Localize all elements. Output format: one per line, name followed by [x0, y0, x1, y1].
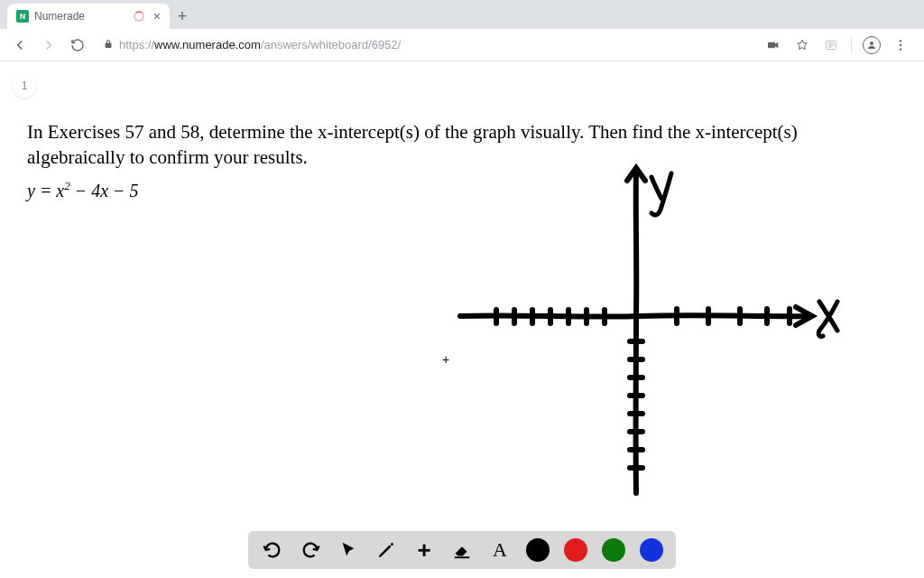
- color-blue[interactable]: [640, 538, 663, 562]
- url-input[interactable]: https://www.numerade.com/answers/whitebo…: [94, 38, 759, 51]
- svg-rect-29: [455, 556, 470, 558]
- color-green[interactable]: [602, 538, 625, 562]
- svg-point-8: [900, 48, 901, 50]
- undo-button[interactable]: [261, 538, 284, 562]
- whiteboard-toolbar: + A: [248, 531, 676, 569]
- page-content: 1 In Exercises 57 and 58, determine the …: [0, 61, 924, 578]
- cursor-crosshair-icon: +: [442, 352, 449, 367]
- text-tool[interactable]: A: [488, 538, 512, 562]
- pen-tool[interactable]: [374, 538, 398, 562]
- new-tab-button[interactable]: +: [170, 4, 195, 29]
- whiteboard-drawing[interactable]: [406, 161, 848, 504]
- svg-point-7: [900, 43, 901, 45]
- browser-tab-bar: N Numerade × +: [0, 0, 924, 29]
- loading-spinner-icon: [134, 11, 144, 22]
- toolbar-right: [762, 34, 917, 56]
- video-icon[interactable]: [762, 34, 784, 56]
- back-button[interactable]: [7, 33, 32, 58]
- browser-address-bar: https://www.numerade.com/answers/whitebo…: [0, 29, 924, 61]
- reload-button[interactable]: [65, 33, 90, 58]
- site-favicon: N: [16, 10, 29, 23]
- divider: [851, 37, 852, 53]
- tab-title: Numerade: [34, 10, 85, 23]
- browser-tab[interactable]: N Numerade ×: [7, 4, 170, 29]
- forward-button[interactable]: [36, 33, 61, 58]
- svg-point-6: [900, 40, 901, 42]
- svg-point-5: [870, 42, 873, 45]
- page-number-badge: 1: [13, 74, 36, 98]
- reader-icon[interactable]: [820, 34, 842, 56]
- color-red[interactable]: [564, 538, 587, 562]
- tab-close-button[interactable]: ×: [153, 9, 161, 23]
- svg-rect-0: [768, 42, 775, 48]
- move-tool[interactable]: +: [412, 538, 436, 562]
- color-black[interactable]: [526, 538, 550, 562]
- lock-icon: [103, 39, 114, 51]
- redo-button[interactable]: [299, 538, 322, 562]
- profile-avatar-icon[interactable]: [861, 34, 882, 56]
- eraser-tool[interactable]: [450, 538, 474, 562]
- pointer-tool[interactable]: [337, 538, 360, 562]
- bookmark-star-icon[interactable]: [791, 34, 813, 56]
- kebab-menu-icon[interactable]: [890, 34, 911, 56]
- url-text: https://www.numerade.com/answers/whitebo…: [119, 38, 401, 51]
